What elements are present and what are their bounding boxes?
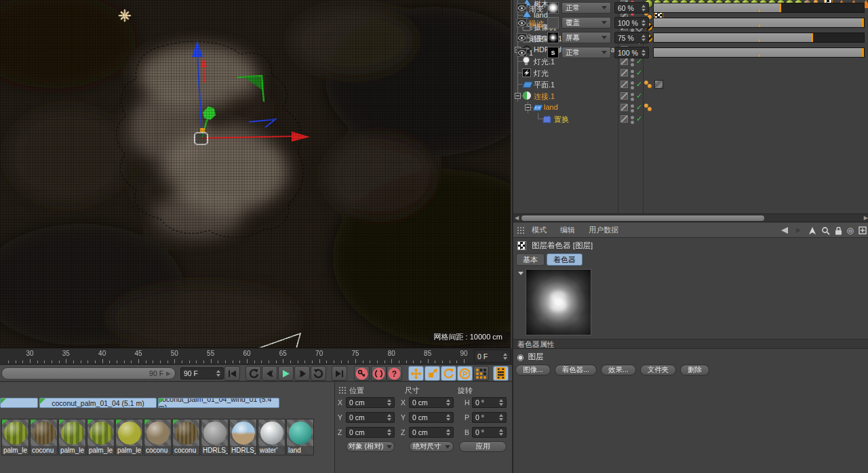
material-item[interactable]: palm_le xyxy=(115,419,143,455)
object-manager-scrollbar[interactable]: ◀ ▶ xyxy=(513,213,868,222)
visibility-dot[interactable] xyxy=(631,98,634,101)
object-row[interactable]: 连接.1✓ xyxy=(513,90,868,102)
material-item[interactable]: coconu xyxy=(144,419,172,455)
menu-edit[interactable]: 编辑 xyxy=(560,225,575,235)
blend-mode-dropdown[interactable]: 屏幕 xyxy=(561,32,611,43)
layer-thumbnail[interactable] xyxy=(547,2,559,14)
enable-check-icon[interactable]: ✓ xyxy=(636,68,642,77)
blend-mode-dropdown[interactable]: 覆盖 xyxy=(561,17,611,28)
record-position-toggle[interactable] xyxy=(408,366,424,381)
take-tab[interactable]: coconut_palm_01_04_wind_01 (5.4 m) xyxy=(158,398,279,408)
image-button[interactable]: 图像... xyxy=(515,365,551,375)
collapse-icon[interactable] xyxy=(525,104,531,110)
scroll-right-icon[interactable]: ▶ xyxy=(864,215,868,221)
shader-layer-row[interactable]: 1s正常100 % xyxy=(513,46,868,60)
layer-toggle-icon[interactable] xyxy=(620,115,628,123)
object-name[interactable]: 置换 xyxy=(554,115,569,125)
layer-visibility-eye-icon[interactable] xyxy=(517,48,527,57)
coordinate-input[interactable]: 0 ° xyxy=(472,397,507,408)
object-row[interactable]: 灯光✓ xyxy=(513,67,868,79)
keyframe-selection-button[interactable] xyxy=(473,366,489,381)
gizmo-x-axis-arrow[interactable] xyxy=(292,131,310,142)
timeline-ruler[interactable]: 30354045505560657075808590 0 F xyxy=(0,348,512,365)
opacity-slider[interactable] xyxy=(653,33,865,43)
visibility-dot[interactable] xyxy=(631,121,634,124)
layer-thumbnail[interactable] xyxy=(547,32,559,43)
opacity-slider[interactable] xyxy=(653,18,865,28)
target-icon[interactable]: ◎ xyxy=(847,226,854,235)
blend-mode-dropdown[interactable]: 正常 xyxy=(561,2,611,14)
phong-tag-icon[interactable] xyxy=(644,103,653,112)
coordinate-input[interactable]: 0 ° xyxy=(472,427,507,438)
record-rotation-toggle[interactable] xyxy=(441,366,456,381)
cursor-up-icon[interactable] xyxy=(808,226,816,235)
material-item[interactable]: HDRLS_ xyxy=(201,419,229,455)
menu-mode[interactable]: 模式 xyxy=(532,225,547,235)
visibility-dot[interactable] xyxy=(631,93,634,96)
material-item[interactable]: land xyxy=(286,419,314,455)
visibility-dot[interactable] xyxy=(631,104,634,108)
delete-button[interactable]: 删除 xyxy=(680,365,709,375)
object-row[interactable]: 置换✓ xyxy=(513,113,868,125)
shader-layer-row[interactable]: 渐变正常60 % xyxy=(513,1,868,15)
object-row[interactable]: land✓ xyxy=(513,102,868,113)
layer-toggle-icon[interactable] xyxy=(620,69,628,77)
visibility-dot[interactable] xyxy=(631,86,634,89)
next-frame-button[interactable] xyxy=(294,366,310,381)
scrollbar-thumb[interactable] xyxy=(521,215,764,221)
enable-check-icon[interactable]: ✓ xyxy=(636,103,642,112)
enable-check-icon[interactable]: ✓ xyxy=(636,91,642,100)
noise-texture-icon[interactable] xyxy=(654,80,663,89)
layer-thumbnail[interactable]: s xyxy=(547,47,559,58)
object-name[interactable]: 灯光 xyxy=(534,68,549,79)
menu-userdata[interactable]: 用户数据 xyxy=(589,225,618,235)
material-item[interactable]: water' xyxy=(258,419,285,455)
visibility-dot[interactable] xyxy=(631,70,634,73)
material-item[interactable]: palm_le xyxy=(87,419,115,455)
coordinate-input[interactable]: 0 ° xyxy=(472,412,507,423)
layer-name[interactable]: 1 xyxy=(529,49,533,57)
folder-button[interactable]: 文件夹 xyxy=(640,365,677,375)
object-name[interactable]: land xyxy=(544,103,558,111)
history-forward-icon[interactable] xyxy=(794,226,804,234)
visibility-dot[interactable] xyxy=(631,109,634,112)
visibility-dot[interactable] xyxy=(631,63,634,66)
blend-mode-dropdown[interactable]: 正常 xyxy=(561,47,611,58)
coordinate-input[interactable]: 0 cm xyxy=(346,427,395,438)
enable-check-icon[interactable]: ✓ xyxy=(636,80,642,89)
effect-button[interactable]: 效果... xyxy=(601,365,636,375)
new-panel-icon[interactable] xyxy=(859,226,867,234)
record-scale-toggle[interactable] xyxy=(425,366,440,381)
timeline-range-slider[interactable]: 90 F ▶ xyxy=(1,367,176,379)
layer-visibility-eye-icon[interactable] xyxy=(517,18,527,27)
opacity-field[interactable]: 60 % xyxy=(614,2,649,14)
go-to-end-button[interactable] xyxy=(332,366,347,381)
coordinate-input[interactable]: 0 cm xyxy=(346,412,395,423)
coordinate-input[interactable]: 0 cm xyxy=(409,427,454,438)
make-preview-button[interactable] xyxy=(493,366,509,381)
material-item[interactable]: coconu xyxy=(172,419,200,455)
coordinate-mode-dropdown[interactable]: 对象 (相对) xyxy=(346,441,395,452)
lock-icon[interactable] xyxy=(835,226,842,235)
slider-handle[interactable] xyxy=(862,18,864,27)
shader-layer-row[interactable]: 渐变屏幕75 % xyxy=(513,31,868,45)
visibility-dot[interactable] xyxy=(631,75,634,78)
record-keyframe-button[interactable] xyxy=(354,366,370,381)
enable-check-icon[interactable]: ✓ xyxy=(636,115,642,123)
current-frame-field[interactable]: 0 F xyxy=(474,350,511,363)
object-name[interactable]: 平面.1 xyxy=(534,80,555,90)
take-tab[interactable] xyxy=(0,398,38,408)
layer-visibility-eye-icon[interactable] xyxy=(517,33,527,42)
phong-tag-icon[interactable] xyxy=(644,80,653,89)
search-icon[interactable] xyxy=(821,226,830,235)
frame-stepper[interactable] xyxy=(503,353,507,360)
material-item[interactable]: HDRLS_ xyxy=(229,419,257,455)
scroll-left-icon[interactable]: ◀ xyxy=(515,215,519,221)
coordinate-input[interactable]: 0 cm xyxy=(346,397,395,408)
opacity-field[interactable]: 100 % xyxy=(614,47,649,58)
object-name[interactable]: 连接.1 xyxy=(534,91,555,102)
material-item[interactable]: coconu xyxy=(30,419,58,455)
previous-key-button[interactable] xyxy=(245,366,261,381)
layer-name[interactable]: 渐变 xyxy=(529,4,544,14)
record-parameter-toggle[interactable]: P xyxy=(457,366,473,381)
